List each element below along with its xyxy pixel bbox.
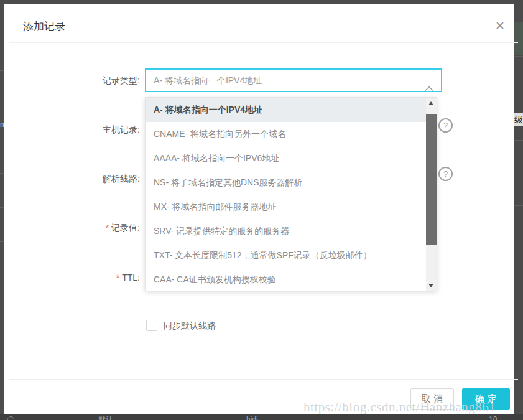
resolve-line-help-icon[interactable]: ? xyxy=(438,167,453,181)
sync-default-line-checkbox[interactable] xyxy=(146,320,157,331)
dropdown-option-a[interactable]: A- 将域名指向一个IPV4地址 xyxy=(146,98,426,122)
host-record-label: 主机记录: xyxy=(22,123,140,136)
record-type-label: 记录类型: xyxy=(22,74,140,86)
dropdown-option-txt[interactable]: TXT- 文本长度限制512，通常做SPF记录（反垃圾邮件） xyxy=(146,243,426,268)
ttl-label: *TTL: xyxy=(22,271,140,284)
scrollbar-thumb[interactable] xyxy=(426,114,437,245)
scrollbar-up-button[interactable] xyxy=(426,98,437,108)
dialog-title: 添加记录 xyxy=(23,19,65,34)
dropdown-option-srv[interactable]: SRV- 记录提供特定的服务的服务器 xyxy=(146,219,426,243)
background-text-fragment: 级 xyxy=(514,113,523,126)
scrollbar-down-button[interactable] xyxy=(426,280,437,291)
add-record-dialog: 添加记录 ✕ 记录类型: 主机记录: 解析线路: *记录值: *TTL: A- … xyxy=(4,4,514,414)
dropdown-option-mx[interactable]: MX- 将域名指向邮件服务器地址 xyxy=(146,195,426,219)
background-text-fragment: 10 xyxy=(489,416,497,420)
background-text-fragment: 默认 xyxy=(98,416,113,420)
screen: n 级 默认 hidi 10 添加记录 ✕ 记录类型: 主机记录: 解析线路: … xyxy=(0,0,523,420)
close-icon[interactable]: ✕ xyxy=(493,19,507,34)
dropdown-scrollbar[interactable] xyxy=(426,98,437,291)
dropdown-option-caa[interactable]: CAA- CA证书颁发机构授权校验 xyxy=(146,268,426,292)
chevron-up-icon xyxy=(425,78,433,99)
header-divider xyxy=(9,42,518,43)
triangle-up-icon xyxy=(428,101,433,105)
background-page-left-edge: n xyxy=(0,0,4,420)
background-circle-fragment xyxy=(7,416,14,420)
required-asterisk: * xyxy=(106,223,109,233)
footer-divider xyxy=(9,379,518,380)
record-type-selected-value: A- 将域名指向一个IPV4地址 xyxy=(154,75,262,85)
background-row-patch xyxy=(514,22,523,55)
background-text-fragment: hidi xyxy=(246,416,258,420)
host-record-help-icon[interactable]: ? xyxy=(438,118,453,133)
background-page-bottom-edge: 默认 hidi 10 xyxy=(0,414,523,420)
dropdown-option-aaaa[interactable]: AAAA- 将域名指向一个IPV6地址 xyxy=(146,146,426,170)
record-type-select[interactable]: A- 将域名指向一个IPV4地址 xyxy=(145,68,442,92)
watermark-text: https://blog.csdn.net/Hanzhang861 xyxy=(303,399,496,415)
resolve-line-label: 解析线路: xyxy=(22,172,140,185)
background-page-right-edge: 级 xyxy=(514,0,523,420)
sync-default-line-label: 同步默认线路 xyxy=(164,320,216,331)
triangle-down-icon xyxy=(428,284,433,287)
required-asterisk: * xyxy=(116,273,119,282)
record-value-label: *记录值: xyxy=(22,222,140,234)
dropdown-option-ns[interactable]: NS- 将子域名指定其他DNS服务器解析 xyxy=(146,170,426,195)
dropdown-option-cname[interactable]: CNAME- 将域名指向另外一个域名 xyxy=(146,122,426,146)
record-type-dropdown: A- 将域名指向一个IPV4地址 CNAME- 将域名指向另外一个域名 AAAA… xyxy=(145,97,437,291)
background-text-fragment: n xyxy=(0,120,4,129)
